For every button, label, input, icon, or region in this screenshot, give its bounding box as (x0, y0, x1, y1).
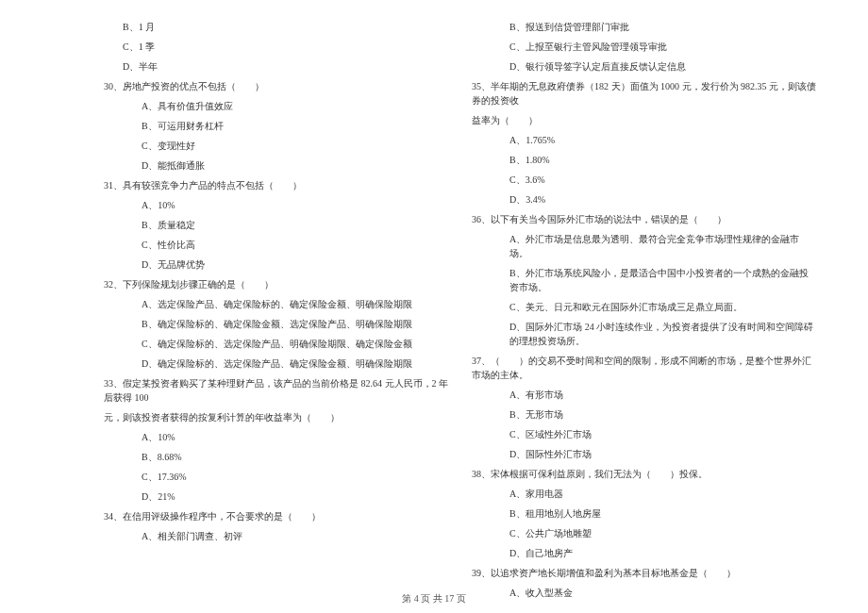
option: A、有形市场 (509, 388, 816, 402)
option: B、1.80% (509, 153, 816, 167)
option: C、上报至银行主管风险管理领导审批 (509, 40, 816, 54)
option: A、选定保险产品、确定保险标的、确定保险金额、明确保险期限 (142, 297, 448, 311)
option: A、家用电器 (509, 487, 816, 501)
page-content: B、1 月 C、1 季 D、半年 30、房地产投资的优点不包括（ ） A、具有价… (0, 0, 868, 585)
option: D、3.4% (509, 192, 816, 207)
right-column: B、报送到信贷管理部门审批 C、上报至银行主管风险管理领导审批 D、银行领导签字… (462, 14, 830, 556)
option: A、相关部门调查、初评 (142, 529, 448, 543)
left-column: B、1 月 C、1 季 D、半年 30、房地产投资的优点不包括（ ） A、具有价… (38, 14, 462, 556)
option: B、报送到信贷管理部门审批 (509, 20, 816, 34)
page-footer: 第 4 页 共 17 页 (0, 592, 868, 605)
option: A、1.765% (509, 133, 816, 147)
option: D、国际性外汇市场 (509, 447, 816, 461)
option: C、确定保险标的、选定保险产品、明确保险期限、确定保险金额 (142, 337, 448, 351)
question-33-cont: 元，则该投资者获得的按复利计算的年收益率为（ ） (104, 410, 448, 424)
question-39: 39、以追求资产地长期增值和盈利为基本目标地基金是（ ） (472, 566, 816, 580)
option: B、无形市场 (509, 407, 816, 422)
question-31: 31、具有较强竞争力产品的特点不包括（ ） (104, 178, 448, 192)
option: B、租用地别人地房屋 (509, 506, 816, 521)
option: C、变现性好 (142, 139, 448, 153)
option: D、银行领导签字认定后直接反馈认定信息 (509, 59, 816, 74)
option: C、美元、日元和欧元在国际外汇市场成三足鼎立局面。 (509, 300, 816, 314)
option: C、区域性外汇市场 (509, 427, 816, 441)
option: A、外汇市场是信息最为透明、最符合完全竞争市场理性规律的金融市场。 (509, 232, 816, 260)
option: A、10% (142, 430, 448, 444)
option: B、确定保险标的、确定保险金额、选定保险产品、明确保险期限 (142, 317, 448, 331)
question-37: 37、（ ）的交易不受时间和空间的限制，形成不间断的市场，是整个世界外汇市场的主… (472, 354, 816, 382)
option: B、8.68% (142, 450, 448, 464)
question-30: 30、房地产投资的优点不包括（ ） (104, 79, 448, 93)
option: A、具有价值升值效应 (142, 99, 448, 113)
question-34: 34、在信用评级操作程序中，不合要求的是（ ） (104, 509, 448, 523)
question-35-cont: 益率为（ ） (472, 113, 816, 127)
option: A、10% (142, 198, 448, 212)
option: D、无品牌优势 (142, 257, 448, 272)
question-38: 38、宋体根据可保利益原则，我们无法为（ ）投保。 (472, 467, 816, 481)
option: D、半年 (123, 59, 448, 74)
question-33: 33、假定某投资者购买了某种理财产品，该产品的当前价格是 82.64 元人民币，… (104, 376, 448, 405)
option: D、自己地房产 (509, 546, 816, 560)
option: C、17.36% (142, 470, 448, 484)
question-35: 35、半年期的无息政府债券（182 天）面值为 1000 元，发行价为 982.… (472, 79, 816, 108)
option: C、公共广场地雕塑 (509, 526, 816, 540)
option: D、能抵御通胀 (142, 158, 448, 173)
option: B、质量稳定 (142, 218, 448, 232)
option: B、1 月 (123, 20, 448, 34)
option: C、1 季 (123, 40, 448, 54)
option: D、确定保险标的、选定保险产品、确定保险金额、明确保险期限 (142, 356, 448, 371)
option: C、性价比高 (142, 238, 448, 252)
question-32: 32、下列保险规划步骤正确的是（ ） (104, 277, 448, 291)
option: B、可运用财务杠杆 (142, 119, 448, 133)
question-36: 36、以下有关当今国际外汇市场的说法中，错误的是（ ） (472, 212, 816, 226)
option: D、21% (142, 489, 448, 504)
option: B、外汇市场系统风险小，是最适合中国中小投资者的一个成熟的金融投资市场。 (509, 266, 816, 294)
option: C、3.6% (509, 173, 816, 187)
option: D、国际外汇市场 24 小时连续作业，为投资者提供了没有时间和空间障碍的理想投资… (509, 320, 816, 348)
